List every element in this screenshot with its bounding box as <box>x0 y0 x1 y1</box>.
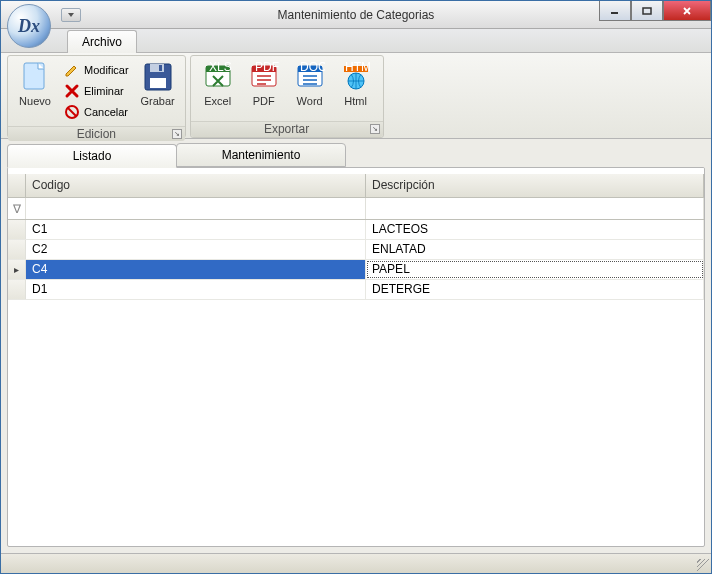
table-row[interactable]: C4PAPEL <box>8 260 704 280</box>
pdf-icon: PDF <box>248 61 280 93</box>
minimize-button[interactable] <box>599 1 631 21</box>
cell-descripcion: LACTEOS <box>366 220 704 239</box>
html-globe-icon: HTML <box>340 61 372 93</box>
grid-header: Codigo Descripción <box>8 174 704 198</box>
export-pdf-button[interactable]: PDF PDF <box>241 58 287 110</box>
nuevo-label: Nuevo <box>19 95 51 107</box>
close-button[interactable] <box>663 1 711 21</box>
cell-codigo: D1 <box>26 280 366 299</box>
tab-mantenimiento[interactable]: Mantenimiento <box>176 143 346 167</box>
cell-codigo: C4 <box>26 260 366 279</box>
svg-rect-5 <box>150 78 166 88</box>
titlebar: Dx Mantenimiento de Categorias <box>1 1 711 29</box>
svg-rect-0 <box>643 8 651 14</box>
table-row[interactable]: C2ENLATAD <box>8 240 704 260</box>
ribbon-group-edicion: Nuevo Modificar Eliminar Cancelar <box>7 55 186 138</box>
ribbon-group-title-edicion: Edicion ↘ <box>8 126 185 141</box>
export-excel-button[interactable]: XLS Excel <box>195 58 241 110</box>
cancelar-button[interactable]: Cancelar <box>60 102 133 122</box>
ribbon-tab-archivo[interactable]: Archivo <box>67 30 137 53</box>
grid-body: C1LACTEOSC2ENLATADC4PAPELD1DETERGE <box>8 220 704 546</box>
maximize-button[interactable] <box>631 1 663 21</box>
save-floppy-icon <box>142 61 174 93</box>
ribbon: Nuevo Modificar Eliminar Cancelar <box>1 53 711 139</box>
eliminar-button[interactable]: Eliminar <box>60 81 133 101</box>
statusbar <box>1 553 711 573</box>
row-indicator <box>8 220 26 239</box>
qat-customize-button[interactable] <box>61 8 81 22</box>
svg-text:PDF: PDF <box>255 62 279 74</box>
data-grid: Codigo Descripción ∇ C1LACTEOSC2ENLATADC… <box>7 167 705 547</box>
tab-listado[interactable]: Listado <box>7 144 177 168</box>
export-html-button[interactable]: HTML Html <box>333 58 379 110</box>
modificar-button[interactable]: Modificar <box>60 60 133 80</box>
cancel-icon <box>64 104 80 120</box>
table-row[interactable]: C1LACTEOS <box>8 220 704 240</box>
exportar-launcher[interactable]: ↘ <box>370 124 380 134</box>
svg-text:XLS: XLS <box>209 62 232 74</box>
content-area: Listado Mantenimiento Codigo Descripción… <box>1 139 711 553</box>
grabar-button[interactable]: Grabar <box>135 58 181 110</box>
export-word-button[interactable]: DOC Word <box>287 58 333 110</box>
filter-descripcion-input[interactable] <box>366 198 703 219</box>
column-header-descripcion[interactable]: Descripción <box>366 174 704 197</box>
word-icon: DOC <box>294 61 326 93</box>
svg-text:HTML: HTML <box>345 62 371 74</box>
cell-descripcion: PAPEL <box>366 260 704 279</box>
resize-grip[interactable] <box>697 559 709 571</box>
ribbon-tabstrip: Archivo <box>1 29 711 53</box>
grid-filter-row: ∇ <box>8 198 704 220</box>
filter-codigo-input[interactable] <box>26 198 365 219</box>
row-indicator <box>8 280 26 299</box>
app-menu-orb[interactable]: Dx <box>7 4 51 48</box>
table-row[interactable]: D1DETERGE <box>8 280 704 300</box>
column-header-codigo[interactable]: Codigo <box>26 174 366 197</box>
edicion-launcher[interactable]: ↘ <box>172 129 182 139</box>
row-indicator-header <box>8 174 26 197</box>
pencil-icon <box>64 62 80 78</box>
svg-text:DOC: DOC <box>300 62 325 74</box>
delete-x-icon <box>64 83 80 99</box>
svg-rect-6 <box>159 65 162 71</box>
row-indicator <box>8 240 26 259</box>
app-window: Dx Mantenimiento de Categorias Archivo N… <box>0 0 712 574</box>
filter-icon: ∇ <box>8 198 26 219</box>
new-file-icon <box>19 61 51 93</box>
ribbon-group-title-exportar: Exportar ↘ <box>191 121 383 137</box>
cell-descripcion: ENLATAD <box>366 240 704 259</box>
row-indicator <box>8 260 26 279</box>
excel-icon: XLS <box>202 61 234 93</box>
view-tabs: Listado Mantenimiento <box>7 143 705 167</box>
cell-codigo: C2 <box>26 240 366 259</box>
nuevo-button[interactable]: Nuevo <box>12 58 58 110</box>
ribbon-group-exportar: XLS Excel PDF PDF DOC Word HTML Html Exp… <box>190 55 384 138</box>
cell-codigo: C1 <box>26 220 366 239</box>
cell-descripcion: DETERGE <box>366 280 704 299</box>
